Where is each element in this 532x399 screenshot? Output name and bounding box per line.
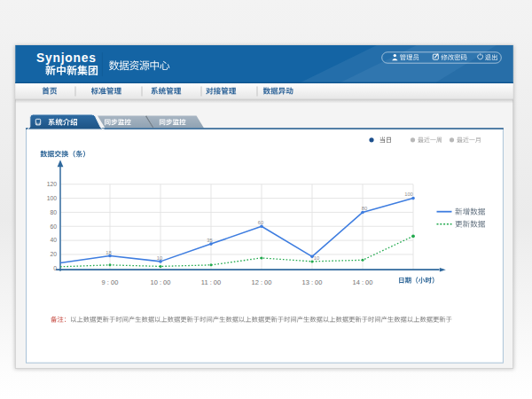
- svg-text:10: 10: [157, 255, 162, 261]
- svg-text:9 : 00: 9 : 00: [102, 278, 119, 286]
- svg-text:10: 10: [314, 255, 319, 261]
- svg-text:100: 100: [47, 195, 58, 201]
- svg-text:120: 120: [47, 181, 58, 187]
- svg-text:14 : 00: 14 : 00: [353, 278, 373, 286]
- svg-text:35: 35: [207, 238, 212, 243]
- svg-text:80: 80: [50, 209, 57, 215]
- svg-text:20: 20: [50, 251, 57, 257]
- svg-text:0: 0: [53, 265, 57, 271]
- svg-text:40: 40: [50, 237, 57, 243]
- svg-text:10 : 00: 10 : 00: [151, 278, 171, 286]
- svg-text:11 : 00: 11 : 00: [201, 278, 221, 286]
- svg-text:Synjones: Synjones: [36, 51, 97, 65]
- svg-text:12 : 00: 12 : 00: [252, 278, 272, 286]
- svg-text:18: 18: [106, 250, 111, 255]
- svg-text:13 : 00: 13 : 00: [302, 278, 323, 286]
- svg-text:80: 80: [362, 206, 367, 211]
- svg-text:60: 60: [258, 220, 263, 225]
- svg-text:100: 100: [404, 192, 413, 197]
- svg-text:60: 60: [50, 223, 57, 230]
